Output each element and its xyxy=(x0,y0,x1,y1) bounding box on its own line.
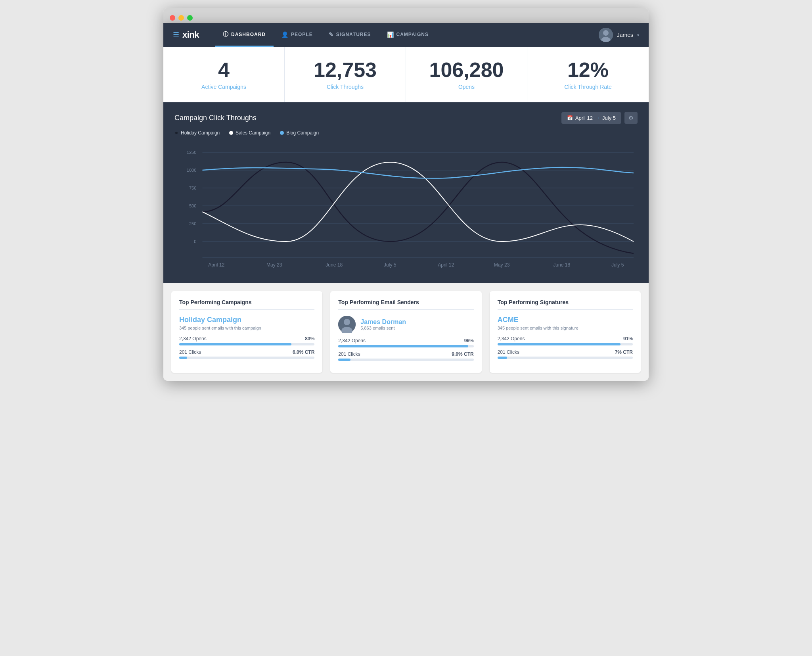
nav-signatures[interactable]: ✎ SIGNATURES xyxy=(321,23,379,47)
legend-dot-sales xyxy=(229,131,233,135)
svg-text:June 18: June 18 xyxy=(553,262,570,268)
stat-value-ctr: 12% xyxy=(535,59,641,81)
signature-opens-fill xyxy=(498,343,621,345)
sender-opens-label: 2,342 Opens xyxy=(338,338,366,343)
nav-people[interactable]: 👤 PEOPLE xyxy=(274,23,321,47)
maximize-btn[interactable] xyxy=(187,15,193,21)
sender-clicks-label: 201 Clicks xyxy=(338,351,360,357)
panel-divider-signatures xyxy=(498,309,633,310)
signature-opens-bar xyxy=(498,343,633,345)
chart-header: Campaign Click Throughs 📅 April 12 → Jul… xyxy=(174,112,638,124)
date-range-start: April 12 xyxy=(575,115,593,121)
sender-name[interactable]: James Dorman xyxy=(360,318,406,326)
blog-campaign-line xyxy=(202,167,633,178)
campaign-item-sub: 345 people sent emails with this campaig… xyxy=(179,326,314,330)
svg-point-25 xyxy=(344,319,350,325)
campaigns-icon: 📊 xyxy=(387,31,394,38)
people-icon: 👤 xyxy=(282,31,289,38)
campaign-clicks-fill xyxy=(179,357,187,359)
signature-stat-row-1: 2,342 Opens 91% xyxy=(498,336,633,341)
signature-clicks-bar xyxy=(498,357,633,359)
chart-legend: Holiday Campaign Sales Campaign Blog Cam… xyxy=(174,130,638,136)
sender-clicks-bar xyxy=(338,359,473,361)
chart-settings-button[interactable]: ⚙ xyxy=(624,112,638,124)
panel-senders-title: Top Performing Email Senders xyxy=(338,299,473,305)
sales-campaign-line xyxy=(202,162,633,242)
close-btn[interactable] xyxy=(170,15,175,21)
sender-opens-fill xyxy=(338,345,468,347)
campaign-stat-row-2: 201 Clicks 6.0% CTR xyxy=(179,349,314,355)
panel-campaigns-title: Top Performing Campaigns xyxy=(179,299,314,305)
user-menu[interactable]: James ▾ xyxy=(599,28,639,42)
legend-label-holiday: Holiday Campaign xyxy=(181,130,220,136)
legend-holiday: Holiday Campaign xyxy=(174,130,220,136)
username: James xyxy=(617,32,633,38)
svg-text:750: 750 xyxy=(189,186,196,190)
sender-info: James Dorman 5,863 emails sent xyxy=(360,318,406,330)
date-range-end: July 5 xyxy=(602,115,616,121)
stat-ctr: 12% Click Through Rate xyxy=(527,47,649,102)
svg-point-1 xyxy=(603,30,609,36)
stat-label-campaigns: Active Campaigns xyxy=(171,84,276,90)
signature-stat-row-2: 201 Clicks 7% CTR xyxy=(498,349,633,355)
campaign-clicks-pct: 6.0% CTR xyxy=(293,349,314,355)
campaign-item-name[interactable]: Holiday Campaign xyxy=(179,316,314,324)
nav-campaigns[interactable]: 📊 CAMPAIGNS xyxy=(379,23,437,47)
stat-value-opens: 106,280 xyxy=(414,59,519,81)
sender-avatar xyxy=(338,316,356,333)
nav-dashboard[interactable]: ⓘ DASHBOARD xyxy=(215,23,274,47)
sender-clicks-pct: 9.0% CTR xyxy=(452,351,473,357)
signature-clicks-pct: 7% CTR xyxy=(615,349,633,355)
app-wrapper: ☰ xink ⓘ DASHBOARD 👤 PEOPLE ✎ SIGNATURES… xyxy=(163,23,649,381)
svg-text:May 23: May 23 xyxy=(266,262,282,268)
avatar-image xyxy=(599,28,613,42)
menu-icon[interactable]: ☰ xyxy=(173,31,179,39)
legend-sales: Sales Campaign xyxy=(229,130,270,136)
stat-active-campaigns: 4 Active Campaigns xyxy=(163,47,285,102)
legend-blog: Blog Campaign xyxy=(280,130,319,136)
panel-divider-campaigns xyxy=(179,309,314,310)
legend-label-sales: Sales Campaign xyxy=(236,130,270,136)
svg-text:April 12: April 12 xyxy=(208,262,224,268)
date-arrow: → xyxy=(595,115,600,121)
panel-senders: Top Performing Email Senders James Dorma… xyxy=(330,291,481,373)
signature-item-sub: 345 people sent emails with this signatu… xyxy=(498,326,633,330)
legend-label-blog: Blog Campaign xyxy=(286,130,319,136)
signature-clicks-label: 201 Clicks xyxy=(498,349,519,355)
bottom-panels: Top Performing Campaigns Holiday Campaig… xyxy=(163,283,649,381)
stat-label-ctr: Click Through Rate xyxy=(535,84,641,90)
signature-item-name[interactable]: ACME xyxy=(498,316,633,324)
chart-title: Campaign Click Throughs xyxy=(174,114,257,122)
dashboard-icon: ⓘ xyxy=(223,31,229,38)
campaign-opens-pct: 83% xyxy=(305,336,314,341)
minimize-btn[interactable] xyxy=(178,15,184,21)
sender-opens-bar xyxy=(338,345,473,347)
avatar xyxy=(599,28,613,42)
chart-svg: 1250 1000 750 500 250 0 April 12 May 23 … xyxy=(174,140,638,275)
campaign-clicks-bar xyxy=(179,357,314,359)
panel-signatures-title: Top Performing Signatures xyxy=(498,299,633,305)
sender-stat-row-1: 2,342 Opens 96% xyxy=(338,338,473,343)
campaign-opens-label: 2,342 Opens xyxy=(179,336,207,341)
signature-clicks-fill xyxy=(498,357,507,359)
user-chevron: ▾ xyxy=(637,33,639,37)
legend-dot-blog xyxy=(280,131,284,135)
sender-sub: 5,863 emails sent xyxy=(360,326,406,330)
main-nav: ☰ xink ⓘ DASHBOARD 👤 PEOPLE ✎ SIGNATURES… xyxy=(163,23,649,47)
stat-value-clicks: 12,753 xyxy=(293,59,398,81)
legend-dot-holiday xyxy=(174,131,178,135)
campaign-opens-bar xyxy=(179,343,314,345)
stat-click-throughs: 12,753 Click Throughs xyxy=(285,47,406,102)
svg-text:July 5: July 5 xyxy=(384,262,396,268)
sender-clicks-fill xyxy=(338,359,350,361)
chart-controls: 📅 April 12 → July 5 ⚙ xyxy=(561,112,638,124)
stat-value-campaigns: 4 xyxy=(171,59,276,81)
sender-opens-pct: 96% xyxy=(464,338,474,343)
svg-text:1250: 1250 xyxy=(187,150,197,155)
campaign-clicks-label: 201 Clicks xyxy=(179,349,201,355)
svg-text:April 12: April 12 xyxy=(438,262,454,268)
svg-text:0: 0 xyxy=(194,239,196,244)
sender-person: James Dorman 5,863 emails sent xyxy=(338,316,473,333)
chart-section: Campaign Click Throughs 📅 April 12 → Jul… xyxy=(163,102,649,283)
date-range-button[interactable]: 📅 April 12 → July 5 xyxy=(561,112,621,124)
